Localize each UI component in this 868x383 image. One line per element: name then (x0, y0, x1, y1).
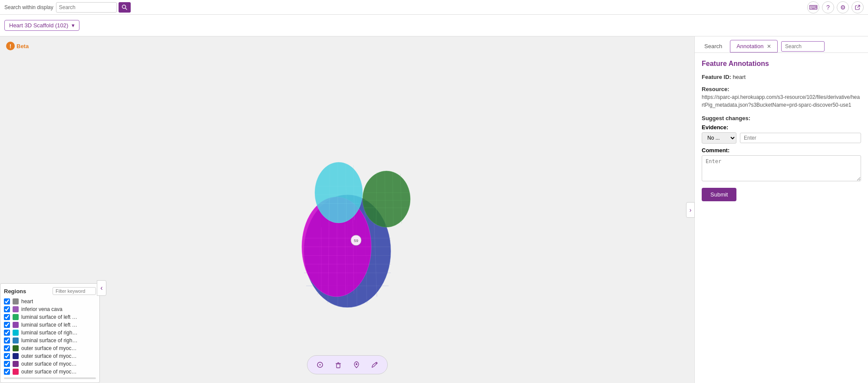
right-collapse-button[interactable]: › (686, 202, 695, 218)
region-checkbox[interactable] (4, 345, 10, 351)
region-checkbox[interactable] (4, 337, 10, 344)
svg-rect-49 (337, 364, 340, 368)
resource-row: Resource: https://sparc-api.herokuapp.co… (702, 85, 861, 109)
region-color-swatch (13, 322, 19, 328)
evidence-select[interactable]: No ... (702, 132, 736, 144)
region-item: outer surface of myocardium of ri (4, 360, 96, 368)
regions-list: heartinferior vena cavaluminal surface o… (4, 298, 96, 376)
region-checkbox[interactable] (4, 314, 10, 320)
region-label: heart (21, 298, 33, 304)
submit-button[interactable]: Submit (702, 188, 736, 201)
region-label: outer surface of myocardium of ri (21, 361, 78, 367)
search-input-right[interactable] (781, 41, 825, 52)
region-color-swatch (13, 345, 19, 351)
region-color-swatch (13, 337, 19, 344)
region-label: luminal surface of right ventricle (21, 337, 78, 344)
region-label: luminal surface of left ventricle (21, 322, 78, 328)
marker-icon[interactable] (350, 358, 363, 371)
region-item: luminal surface of right atrium (4, 329, 96, 337)
feature-id-val: heart (733, 74, 746, 80)
region-label: outer surface of myocardium of le (21, 345, 78, 351)
help-icon[interactable]: ? (822, 1, 834, 13)
evidence-label: Evidence: (702, 124, 861, 131)
settings-icon[interactable]: ⚙ (837, 1, 849, 13)
region-item: inferior vena cava (4, 305, 96, 313)
region-label: luminal surface of left atrium (21, 314, 78, 320)
pencil-svg (371, 361, 379, 369)
annotation-tab-label: Annotation (736, 43, 763, 49)
region-item: heart (4, 298, 96, 305)
region-checkbox[interactable] (4, 361, 10, 367)
viewer-area[interactable]: ! Beta (0, 36, 694, 383)
region-color-swatch (13, 306, 19, 312)
tab-search[interactable]: Search (700, 40, 726, 52)
comment-textarea[interactable] (702, 155, 861, 181)
region-label: outer surface of myocardium of le (21, 353, 78, 359)
region-item: outer surface of myocardium of le (4, 344, 96, 352)
chevron-down-icon: ▾ (72, 22, 75, 29)
beta-label: Beta (17, 43, 29, 49)
svg-point-29 (315, 162, 363, 223)
region-checkbox[interactable] (4, 353, 10, 359)
region-item: luminal surface of left ventricle (4, 321, 96, 329)
region-checkbox[interactable] (4, 330, 10, 336)
evidence-row: No ... (702, 132, 861, 144)
regions-filter-input[interactable] (53, 287, 96, 295)
svg-point-48 (319, 364, 320, 366)
search-button-top[interactable] (119, 2, 131, 13)
edit-icon[interactable] (368, 358, 381, 371)
region-item: luminal surface of right ventricle (4, 337, 96, 344)
region-checkbox[interactable] (4, 298, 10, 304)
search-icon (122, 4, 128, 10)
chevron-right-icon: › (690, 206, 692, 213)
region-checkbox[interactable] (4, 369, 10, 375)
search-within-label: Search within display (4, 4, 53, 10)
svg-line-1 (125, 8, 127, 10)
heart-svg: 59 (261, 112, 434, 308)
top-right-icons: ⌨ ? ⚙ (807, 1, 864, 13)
region-color-swatch (13, 353, 19, 359)
region-item: outer surface of myocardium of ri (4, 368, 96, 376)
regions-panel: Regions heartinferior vena cavaluminal s… (0, 283, 100, 383)
link-icon (855, 4, 861, 10)
top-bar: Search within display ⌨ ? ⚙ (0, 0, 868, 15)
scaffold-bar: Heart 3D Scaffold (102) ▾ (0, 15, 868, 36)
tab-annotation[interactable]: Annotation ✕ (730, 40, 778, 52)
resource-value: https://sparc-api.herokuapp.com/s3-resou… (702, 93, 861, 109)
search-input-top[interactable] (56, 2, 117, 13)
svg-point-52 (356, 363, 357, 365)
heart-3d-view[interactable]: 59 (261, 112, 434, 308)
panel-content: Feature Annotations Feature ID: heart Re… (695, 53, 868, 383)
trash-svg (334, 361, 342, 369)
external-link-icon[interactable] (851, 1, 864, 13)
keyboard-icon[interactable]: ⌨ (807, 1, 819, 13)
scaffold-dropdown[interactable]: Heart 3D Scaffold (102) ▾ (4, 20, 79, 31)
delete-icon[interactable] (332, 358, 345, 371)
evidence-input[interactable] (740, 133, 861, 143)
cursor-svg (316, 361, 324, 369)
feature-id-row: Feature ID: heart (702, 73, 861, 82)
region-color-swatch (13, 314, 19, 320)
beta-icon: ! (6, 42, 15, 50)
region-color-swatch (13, 361, 19, 367)
pin-svg (353, 361, 360, 369)
region-checkbox[interactable] (4, 306, 10, 312)
regions-title: Regions (4, 288, 26, 295)
marker-label: 59 (353, 239, 358, 243)
beta-badge: ! Beta (6, 42, 29, 50)
region-label: outer surface of myocardium of ri (21, 369, 78, 375)
regions-scrollbar[interactable] (4, 377, 96, 379)
tab-close-icon[interactable]: ✕ (767, 43, 771, 49)
region-checkbox[interactable] (4, 322, 10, 328)
region-color-swatch (13, 369, 19, 375)
region-item: outer surface of myocardium of le (4, 352, 96, 360)
panel-tabs: Search Annotation ✕ (695, 36, 868, 53)
suggest-changes-label: Suggest changes: (702, 115, 861, 121)
cursor-icon[interactable] (314, 358, 327, 371)
regions-header: Regions (4, 287, 96, 295)
region-color-swatch (13, 330, 19, 336)
regions-collapse-button[interactable]: ‹ (97, 280, 106, 296)
right-panel: › Search Annotation ✕ Feature Annotation… (694, 36, 868, 383)
svg-point-38 (363, 171, 410, 227)
region-item: luminal surface of left atrium (4, 313, 96, 321)
